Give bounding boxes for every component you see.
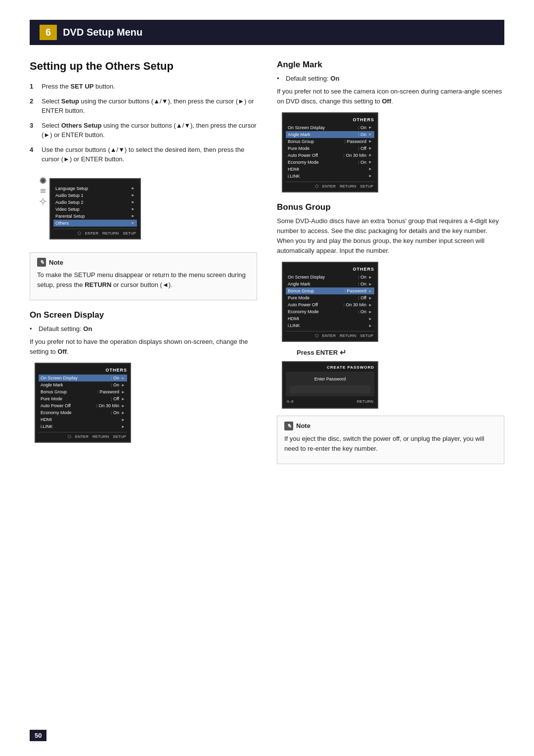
- osd-row-a: On Screen Display: On►: [286, 124, 374, 131]
- section-title: Setting up the Others Setup: [30, 60, 257, 73]
- page-number: 50: [30, 730, 46, 741]
- chapter-title: DVD Setup Menu: [63, 27, 142, 38]
- hdmi-row-1: HDMI►: [39, 416, 127, 423]
- angle-row-a: Angle Mark: On►: [286, 131, 374, 138]
- angle-mark-default: • Default setting: On: [277, 74, 504, 84]
- bonus-note-text: If you eject the disc, switch the power …: [284, 434, 497, 454]
- svg-point-5: [42, 200, 44, 203]
- steps-list: 1 Press the SET UP button. 2 Select Setu…: [30, 82, 257, 164]
- autopwr-row-a: Auto Power Off: On 30 Min►: [286, 152, 374, 159]
- nav-icon-b: ⬡: [315, 333, 318, 338]
- screen-row-audio2: Audio Setup 2►: [53, 199, 137, 206]
- on-screen-default: • Default setting: On: [30, 324, 257, 334]
- angle-footer: ⬡ ENTER RETURN SETUP: [286, 182, 374, 189]
- screen-btn-setup: SETUP: [123, 231, 136, 236]
- press-enter-label: Press ENTER ↵: [297, 348, 504, 357]
- bonus-screen: OTHERS On Screen Display: On► Angle Mark…: [282, 262, 378, 342]
- others-header-1: OTHERS: [39, 367, 127, 375]
- page-container: 6 DVD Setup Menu Setting up the Others S…: [0, 0, 534, 756]
- screen-row-parental: Parental Setup►: [53, 213, 137, 220]
- setup-menu-screen: Language Setup► Audio Setup 1► Audio Set…: [49, 178, 141, 239]
- screen-btn-nav: ⬡: [78, 231, 81, 236]
- svg-rect-9: [45, 201, 46, 202]
- bonus-note-title: ✎ Note: [284, 421, 497, 431]
- gear-icon: [40, 198, 46, 206]
- autopwr-row-b: Auto Power Off: On 30 Min►: [286, 301, 374, 308]
- bonus-screen-wrapper: OTHERS On Screen Display: On► Angle Mark…: [282, 262, 504, 342]
- password-keys-label: 0–9: [287, 399, 293, 404]
- svg-rect-4: [41, 192, 45, 193]
- right-column: Angle Mark • Default setting: On If you …: [277, 60, 504, 471]
- nav-icon-a: ⬡: [315, 184, 318, 189]
- svg-rect-7: [43, 203, 44, 205]
- note-box: ✎ Note To make the SETUP menu disappear …: [30, 252, 257, 301]
- ilink-row-a: i.LINK►: [286, 173, 374, 180]
- on-screen-display-title: On Screen Display: [30, 310, 257, 320]
- bonus-row-b: Bonus Group: Password►: [286, 287, 374, 294]
- screen-row-language: Language Setup►: [53, 185, 137, 192]
- step-2: 2 Select Setup using the cursor buttons …: [30, 96, 257, 116]
- menu-icon: [40, 188, 46, 196]
- bonus-row-a: Bonus Group: Password►: [286, 138, 374, 145]
- step-3: 3 Select Others Setup using the cursor b…: [30, 121, 257, 140]
- screen-btn-enter: ENTER: [85, 231, 98, 236]
- return-btn-b: RETURN: [340, 333, 356, 338]
- enter-btn-b: ENTER: [322, 333, 336, 338]
- note-text: To make the SETUP menu disappear or retu…: [37, 270, 250, 290]
- password-box-wrapper: CREATE PASSWORD Enter Password 0–9 RETUR…: [282, 361, 504, 409]
- step-num-4: 4: [30, 145, 38, 164]
- step-text-4: Use the cursor buttons (▲/▼) to select t…: [42, 145, 257, 164]
- step-text-2: Select Setup using the cursor buttons (▲…: [42, 96, 257, 116]
- step-4: 4 Use the cursor buttons (▲/▼) to select…: [30, 145, 257, 164]
- screen-row-others: Others►: [53, 220, 137, 227]
- password-input-display: [290, 385, 370, 393]
- svg-rect-2: [41, 189, 45, 190]
- return-btn-1: RETURN: [92, 434, 109, 439]
- nav-icon-1: ⬡: [68, 434, 71, 439]
- bonus-group-title: Bonus Group: [277, 202, 504, 212]
- bonus-note-box: ✎ Note If you eject the disc, switch the…: [277, 416, 504, 464]
- step-num-2: 2: [30, 96, 38, 116]
- setup-screen-wrapper: Language Setup► Audio Setup 1► Audio Set…: [40, 172, 257, 245]
- angle-row-1: Angle Mark: On►: [39, 381, 127, 388]
- ilink-row-b: i.LINK►: [286, 322, 374, 329]
- note-icon: ✎: [37, 258, 46, 267]
- others-screen-1: OTHERS On Screen Display: On► Angle Mark…: [35, 363, 131, 443]
- economy-row-1: Economy Mode: On►: [39, 409, 127, 416]
- bonus-row-1: Bonus Group: Password►: [39, 388, 127, 395]
- osd-row-b: On Screen Display: On►: [286, 274, 374, 281]
- disc-icon: [40, 177, 46, 186]
- economy-row-a: Economy Mode: On►: [286, 159, 374, 166]
- left-column: Setting up the Others Setup 1 Press the …: [30, 60, 257, 471]
- step-text-3: Select Others Setup using the cursor but…: [42, 121, 257, 140]
- bonus-note-icon: ✎: [284, 422, 293, 430]
- on-screen-body: If you prefer not to have the operation …: [30, 337, 257, 357]
- hdmi-row-a: HDMI►: [286, 166, 374, 173]
- others-footer-1: ⬡ ENTER RETURN SETUP: [39, 432, 127, 439]
- setup-btn-a: SETUP: [360, 184, 373, 189]
- angle-mark-title: Angle Mark: [277, 60, 504, 70]
- angle-row-b: Angle Mark: On►: [286, 281, 374, 287]
- step-num-1: 1: [30, 82, 38, 92]
- step-text-1: Press the SET UP button.: [42, 82, 257, 92]
- step-num-3: 3: [30, 121, 38, 140]
- password-label-area: Enter Password: [286, 372, 374, 396]
- two-column-layout: Setting up the Others Setup 1 Press the …: [30, 60, 504, 471]
- bonus-group-body: Some DVD-Audio discs have an extra 'bonu…: [277, 216, 504, 256]
- angle-header: OTHERS: [286, 116, 374, 124]
- autopwr-row-1: Auto Power Off: On 30 Min►: [39, 402, 127, 409]
- hdmi-row-b: HDMI►: [286, 315, 374, 322]
- ilink-row-1: i.LINK►: [39, 423, 127, 430]
- enter-password-label: Enter Password: [290, 375, 370, 383]
- screen-footer-setup: ⬡ ENTER RETURN SETUP: [53, 229, 137, 236]
- svg-rect-3: [41, 190, 45, 191]
- setup-btn-b: SETUP: [360, 333, 373, 338]
- bonus-header: OTHERS: [286, 266, 374, 274]
- svg-rect-8: [40, 201, 41, 202]
- screen-row-video: Video Setup►: [53, 206, 137, 213]
- note-title: ✎ Note: [37, 258, 250, 268]
- enter-btn-a: ENTER: [322, 184, 336, 189]
- pure-row-1: Pure Mode: Off►: [39, 395, 127, 402]
- chapter-number: 6: [40, 25, 57, 40]
- osd-row-1: On Screen Display: On►: [39, 375, 127, 381]
